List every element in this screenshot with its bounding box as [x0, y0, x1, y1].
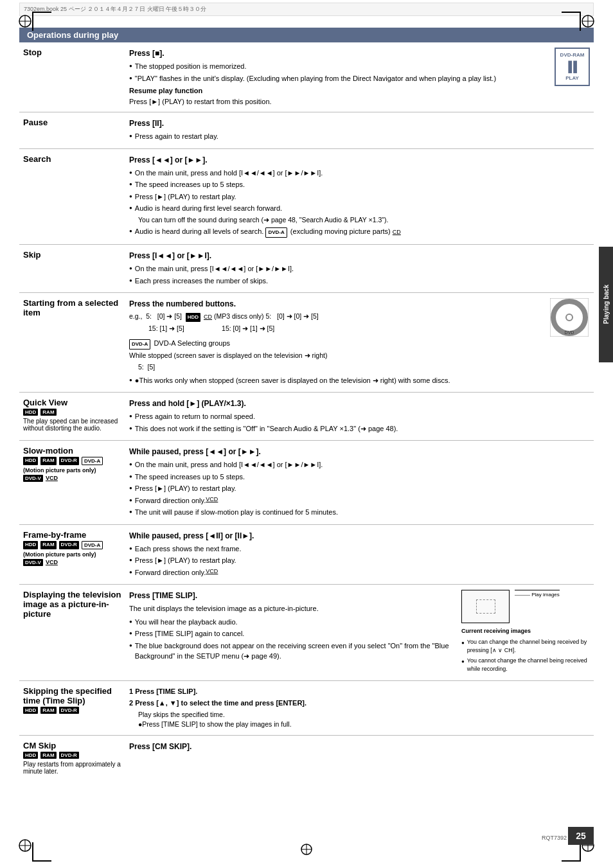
stop-resume-text: Press [►] (PLAY) to restart from this po… — [129, 96, 547, 107]
rqt-text: RQT7392 — [542, 835, 567, 841]
page: 7302em.book 25 ページ ２０１４年４月２７日 火曜日 午後５時３０… — [0, 3, 613, 868]
sm-bullet-1: On the main unit, press and hold [I◄◄/◄◄… — [129, 459, 590, 470]
stop-resume-label: Resume play function — [129, 85, 547, 96]
table-row: Search Press [◄◄] or [►►]. On the main u… — [19, 148, 594, 245]
starting-example-1: e.g., 5: [0] ➜ [5] HDD CD (MP3 discs onl… — [129, 312, 545, 322]
quick-view-label: Quick View HDD RAM The play speed can be… — [19, 393, 125, 441]
search-press: Press [◄◄] or [►►]. — [129, 154, 590, 166]
slow-motion-content: While paused, press [◄◄] or [►►]. On the… — [125, 441, 594, 525]
stop-press: Press [■]. — [129, 48, 547, 59]
disp-bullet-1: You will hear the playback audio. — [129, 617, 455, 628]
starting-label: Starting from a selected item — [19, 293, 125, 393]
quick-view-badges: HDD RAM — [23, 409, 121, 416]
displaying-detail: The unit displays the television image a… — [129, 603, 455, 614]
fbf-bullet-2: Press [►] (PLAY) to restart play. — [129, 555, 590, 566]
corner-mark-tl — [18, 14, 32, 28]
pause-content: Press [II]. Press again to restart play. — [125, 112, 594, 149]
fbf-bullet-1: Each press shows the next frame. — [129, 544, 590, 554]
sm-bullet-4: Forward direction only. VCD — [129, 495, 590, 506]
cm-skip-badges: HDD RAM DVD-R — [23, 752, 121, 759]
bracket-br-v — [580, 842, 581, 862]
cm-skip-content: Press [CM SKIP]. — [125, 736, 594, 781]
section-title: Operations during play — [19, 28, 594, 42]
starting-content: Press the numbered buttons. e.g., 5: [0]… — [125, 293, 594, 393]
sm-bullet-3: Press [►] (PLAY) to restart play. — [129, 483, 590, 494]
slow-motion-label: Slow-motion HDD RAM DVD-R DVD-A (Motion … — [19, 441, 125, 525]
frame-by-frame-label: Frame-by-frame HDD RAM DVD-R DVD-A (Moti… — [19, 524, 125, 585]
table-row: Pause Press [II]. Press again to restart… — [19, 112, 594, 149]
disp-right-bullet-2: You cannot change the channel being rece… — [461, 657, 590, 674]
search-label: Search — [19, 148, 125, 245]
svg-point-13 — [553, 301, 585, 333]
bracket-tr-h — [562, 12, 581, 13]
time-slip-content: 1 Press [TIME SLIP]. 2 Press [▲, ▼] to s… — [125, 680, 594, 736]
disp-right-bullet-1: You can change the channel being receive… — [461, 638, 590, 655]
pause-bullet-1: Press again to restart play. — [129, 131, 590, 142]
skip-content: Press [I◄◄] or [►►I]. On the main unit, … — [125, 245, 594, 293]
skip-press: Press [I◄◄] or [►►I]. — [129, 250, 590, 261]
search-note: You can turn off the sound during search… — [138, 215, 590, 226]
fbf-bullet-3: Forward direction only. VCD — [129, 567, 590, 578]
qv-bullet-1: Press again to return to normal speed. — [129, 411, 590, 422]
fbf-badge-note: (Motion picture parts only) — [23, 551, 121, 558]
stop-bullet-1: The stopped position is memorized. — [129, 61, 547, 72]
cm-skip-label: CM Skip HDD RAM DVD-R Play restarts from… — [19, 736, 125, 781]
bracket-br-h — [562, 860, 581, 862]
search-bullet-5: Audio is heard during all levels of sear… — [129, 226, 590, 238]
search-bullet-4: Audio is heard during first level search… — [129, 203, 590, 214]
slow-motion-badges2: DVD-V VCD — [23, 475, 121, 482]
slow-motion-press: While paused, press [◄◄] or [►►]. — [129, 446, 590, 457]
displaying-content: Press [TIME SLIP]. The unit displays the… — [125, 585, 594, 681]
table-row: Stop Press [■]. The stopped position is … — [19, 42, 594, 112]
tv-diagram: ——— Play images Current receiving images… — [461, 590, 590, 675]
sidebar-label-text: Playing back — [603, 285, 610, 324]
bracket-tr-v — [580, 12, 581, 31]
qv-bullet-2: This does not work if the setting is "Of… — [129, 423, 590, 434]
skip-bullet-2: Each press increases the number of skips… — [129, 276, 590, 287]
time-slip-badges: HDD RAM DVD-R — [23, 707, 121, 714]
ts-step-note: Play skips the specified time. — [138, 710, 590, 720]
corner-mark-tr — [581, 14, 595, 28]
search-bullet-2: The speed increases up to 5 steps. — [129, 179, 590, 190]
pause-label: Pause — [19, 112, 125, 149]
stop-bullet-2: "PLAY" flashes in the unit's display. (E… — [129, 73, 547, 84]
dvd-a-example: 5: [5] — [138, 362, 545, 373]
content-table: Stop Press [■]. The stopped position is … — [19, 42, 594, 780]
skip-label: Skip — [19, 245, 125, 293]
dvd-ram-badge: DVD-RAM ▐ ▌ PLAY — [555, 48, 590, 86]
dvd-a-detail: While stopped (screen saver is displayed… — [129, 351, 545, 361]
sm-bullet-5: The unit will pause if slow-motion play … — [129, 507, 590, 518]
table-row: Quick View HDD RAM The play speed can be… — [19, 393, 594, 441]
starting-press: Press the numbered buttons. — [129, 298, 545, 310]
time-slip-label: Skipping the specified time (Time Slip) … — [19, 680, 125, 736]
search-content: Press [◄◄] or [►►]. On the main unit, pr… — [125, 148, 594, 245]
bracket-bl-v — [32, 842, 33, 862]
disp-bullet-3: The blue background does not appear on t… — [129, 641, 455, 662]
stop-label: Stop — [19, 42, 125, 112]
displaying-press: Press [TIME SLIP]. — [129, 590, 455, 601]
quick-view-sub: The play speed can be increased without … — [23, 418, 121, 432]
quick-view-press: Press and hold [►] (PLAY/×1.3). — [129, 398, 590, 409]
stop-content: Press [■]. The stopped position is memor… — [125, 42, 594, 112]
fbf-badges2: DVD-V VCD — [23, 559, 121, 566]
dvd-disc-image: DVD — [550, 298, 590, 338]
table-row: Starting from a selected item Press the … — [19, 293, 594, 393]
svg-text:DVD: DVD — [565, 330, 574, 335]
bracket-tl-h — [32, 12, 51, 13]
slow-motion-badges: HDD RAM DVD-R DVD-A — [23, 457, 121, 465]
cm-skip-sub: Play restarts from approximately a minut… — [23, 761, 121, 775]
table-row: Slow-motion HDD RAM DVD-R DVD-A (Motion … — [19, 441, 594, 525]
skip-bullet-1: On the main unit, press [I◄◄/◄◄] or [►►/… — [129, 263, 590, 274]
bracket-tl-v — [32, 12, 33, 31]
sidebar-playing-back: Playing back — [599, 247, 613, 362]
starting-example-2: 15: [1] ➜ [5] 15: [0] ➜ [1] ➜ [5] — [148, 324, 545, 334]
page-number: 25 — [568, 827, 594, 845]
table-row: Frame-by-frame HDD RAM DVD-R DVD-A (Moti… — [19, 524, 594, 585]
ts-step-2: 2 Press [▲, ▼] to select the time and pr… — [129, 698, 590, 709]
corner-mark-bl — [18, 838, 32, 853]
disp-bullet-2: Press [TIME SLIP] again to cancel. — [129, 628, 455, 639]
ts-step-bullet: ●Press [TIME SLIP] to show the play imag… — [138, 720, 590, 730]
search-bullet-1: On the main unit, press and hold [I◄◄/◄◄… — [129, 168, 590, 179]
bottom-center-mark — [299, 842, 314, 856]
table-row: Skip Press [I◄◄] or [►►I]. On the main u… — [19, 245, 594, 293]
